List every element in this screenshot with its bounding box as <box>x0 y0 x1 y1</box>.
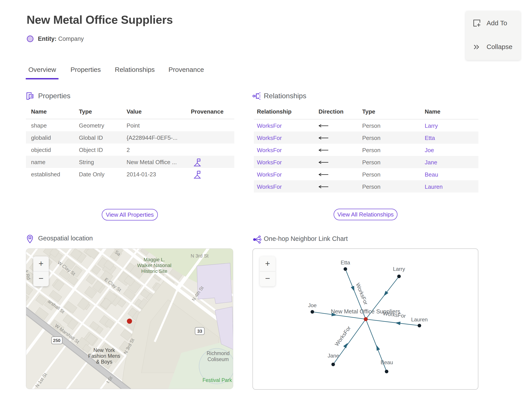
svg-text:Jane: Jane <box>328 353 339 359</box>
svg-text:Coliseum: Coliseum <box>207 357 229 362</box>
svg-text:33: 33 <box>197 329 202 334</box>
svg-text:Lauren: Lauren <box>411 317 428 323</box>
svg-text:Historic Site: Historic Site <box>141 268 167 274</box>
svg-text:WorksFor: WorksFor <box>355 282 369 306</box>
svg-text:N 3rd St: N 3rd St <box>191 253 209 259</box>
svg-text:Walker National: Walker National <box>137 263 171 268</box>
svg-text:WorksFor: WorksFor <box>334 325 352 347</box>
svg-text:Beau: Beau <box>381 359 393 365</box>
svg-text:Etta: Etta <box>341 259 350 265</box>
svg-text:Fashion Mens: Fashion Mens <box>88 353 120 359</box>
svg-text:Festival Park: Festival Park <box>203 377 232 383</box>
svg-text:Joe: Joe <box>308 302 317 308</box>
svg-text:& Boys: & Boys <box>96 359 112 365</box>
svg-text:WorksFor: WorksFor <box>383 310 406 319</box>
svg-text:New York: New York <box>93 347 115 353</box>
svg-text:250: 250 <box>53 338 60 343</box>
svg-text:Richmond: Richmond <box>206 351 230 356</box>
svg-text:Maggie L.: Maggie L. <box>144 257 165 262</box>
svg-text:Larry: Larry <box>393 266 405 272</box>
